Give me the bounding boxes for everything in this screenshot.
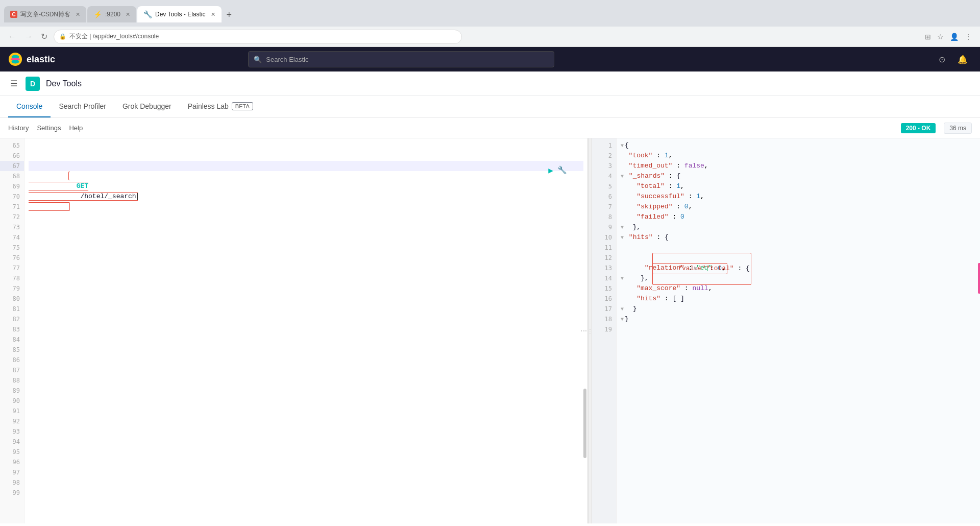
response-line-9: ▼ }, (621, 222, 976, 232)
editor-line-83 (29, 324, 583, 334)
editor-path: /hotel/_search (77, 193, 136, 200)
run-icon[interactable]: ▶ (548, 166, 553, 176)
editor-line-77 (29, 263, 583, 273)
expand-icon-9[interactable]: ▼ (621, 225, 624, 230)
tab-9200-close[interactable]: ✕ (126, 11, 130, 18)
tab-console[interactable]: Console (8, 96, 51, 117)
editor-line-67[interactable]: GET /hotel/_search ▶ 🔧 (29, 161, 583, 171)
response-line-17: ▼ } (621, 304, 976, 314)
menu-button[interactable]: ⋮ (963, 31, 974, 43)
editor-line-90 (29, 396, 583, 406)
editor-body: 65 66 67 68 69 70 71 72 73 74 75 76 77 7… (0, 138, 587, 523)
refresh-button[interactable]: ↻ (39, 30, 50, 43)
settings-button[interactable]: Settings (37, 122, 61, 134)
translate-button[interactable]: ⊞ (923, 31, 933, 43)
response-line-11: ▼ "total" : { (621, 243, 976, 253)
editor-line-74 (29, 232, 583, 243)
editor-line-86 (29, 355, 583, 365)
editor-action-icons: ▶ 🔧 (548, 166, 567, 176)
response-line-4: ▼ "_shards" : { (621, 171, 976, 181)
browser-nav: ← → ↻ 🔒 不安全 | /app/dev_tools#/console ⊞ … (0, 27, 980, 47)
bookmark-button[interactable]: ☆ (935, 31, 946, 43)
new-tab-button[interactable]: + (223, 8, 236, 22)
editor-line-69 (29, 181, 583, 192)
editor-line-72 (29, 212, 583, 222)
editor-line-68 (29, 171, 583, 181)
tab-csdn-label: 写文章-CSDN博客 (20, 10, 70, 19)
editor-line-79 (29, 283, 583, 294)
response-line-18: ▼} (621, 314, 976, 324)
nav-actions: ⊞ ☆ 👤 ⋮ (923, 31, 974, 43)
elastic-search-bar[interactable]: 🔍 Search Elastic (248, 51, 554, 67)
response-line-numbers: 1 2 3 4 5 6 7 8 9 10 11 12 13 14 15 16 1… (592, 138, 617, 523)
notification-bar (978, 263, 980, 294)
resize-handle[interactable]: ⋮ (580, 328, 587, 334)
hamburger-button[interactable]: ☰ (8, 77, 19, 90)
app-toolbar: ☰ D Dev Tools (0, 71, 980, 96)
address-bar[interactable]: 🔒 不安全 | /app/dev_tools#/console (54, 30, 462, 44)
editor-line-97 (29, 467, 583, 477)
tab-csdn[interactable]: C 写文章-CSDN博客 ✕ (4, 6, 86, 22)
tab-search-profiler[interactable]: Search Profiler (51, 96, 114, 117)
expand-icon-11[interactable]: ▼ (694, 266, 697, 272)
editor-line-99 (29, 488, 583, 498)
editor-line-89 (29, 386, 583, 396)
response-line-1: ▼{ (621, 140, 976, 151)
status-badge: 200 - OK (901, 123, 936, 133)
tab-devtools-label: Dev Tools - Elastic (155, 11, 205, 18)
editor-line-78 (29, 273, 583, 283)
response-line-15: "max_score" : null, (621, 283, 976, 294)
tab-painless-lab[interactable]: Painless Lab BETA (180, 96, 261, 117)
history-button[interactable]: History (8, 122, 29, 134)
editor-line-65 (29, 140, 583, 151)
editor-line-80 (29, 294, 583, 304)
help-nav-button[interactable]: Help (69, 122, 83, 134)
tab-9200-label: :9200 (105, 11, 120, 18)
text-cursor (137, 193, 138, 200)
editor-line-88 (29, 375, 583, 386)
app-icon-letter: D (30, 80, 35, 88)
response-line-2: "took" : 1, (621, 151, 976, 161)
panel-resizer[interactable]: ⋮ (588, 138, 592, 523)
response-panel: 1 2 3 4 5 6 7 8 9 10 11 12 13 14 15 16 1… (592, 138, 980, 523)
tab-grok-debugger[interactable]: Grok Debugger (114, 96, 180, 117)
browser-chrome: C 写文章-CSDN博客 ✕ ⚡ :9200 ✕ 🔧 Dev Tools - E… (0, 0, 980, 27)
expand-icon-4[interactable]: ▼ (621, 174, 624, 179)
editor-panel[interactable]: 65 66 67 68 69 70 71 72 73 74 75 76 77 7… (0, 138, 588, 523)
response-line-10: ▼ "hits" : { (621, 232, 976, 243)
response-line-5: "total" : 1, (621, 181, 976, 192)
tab-9200[interactable]: ⚡ :9200 ✕ (87, 6, 136, 22)
editor-line-94 (29, 437, 583, 447)
expand-icon-10[interactable]: ▼ (621, 235, 624, 241)
editor-line-93 (29, 426, 583, 437)
tab-bar: C 写文章-CSDN博客 ✕ ⚡ :9200 ✕ 🔧 Dev Tools - E… (4, 4, 236, 22)
search-icon: 🔍 (254, 56, 262, 63)
help-button[interactable]: ⊙ (935, 53, 949, 66)
editor-scrollbar[interactable] (583, 389, 586, 458)
elastic-logo-icon (8, 52, 22, 66)
expand-icon-1[interactable]: ▼ (621, 143, 624, 149)
tab-csdn-close[interactable]: ✕ (76, 11, 80, 18)
forward-button[interactable]: → (22, 30, 35, 43)
app-icon: D (26, 77, 40, 91)
back-button[interactable]: ← (6, 30, 18, 43)
editor-line-81 (29, 304, 583, 314)
profile-button[interactable]: 👤 (948, 31, 961, 43)
editor-line-98 (29, 477, 583, 488)
expand-icon-18[interactable]: ▼ (621, 317, 624, 322)
tab-devtools-close[interactable]: ✕ (211, 11, 215, 18)
notifications-button[interactable]: 🔔 (953, 53, 972, 66)
expand-icon-17[interactable]: ▼ (621, 306, 624, 312)
get-method: GET (77, 182, 88, 190)
editor-line-82 (29, 314, 583, 324)
wrench-icon[interactable]: 🔧 (557, 166, 567, 176)
editor-line-84 (29, 334, 583, 345)
editor-line-96 (29, 457, 583, 467)
time-badge: 36 ms (944, 123, 972, 134)
editor-content[interactable]: GET /hotel/_search ▶ 🔧 (24, 138, 587, 523)
header-actions: ⊙ 🔔 (935, 53, 972, 66)
response-line-6: "successful" : 1, (621, 192, 976, 202)
tab-devtools[interactable]: 🔧 Dev Tools - Elastic ✕ (137, 6, 221, 22)
editor-line-85 (29, 345, 583, 355)
response-line-7: "skipped" : 0, (621, 202, 976, 212)
